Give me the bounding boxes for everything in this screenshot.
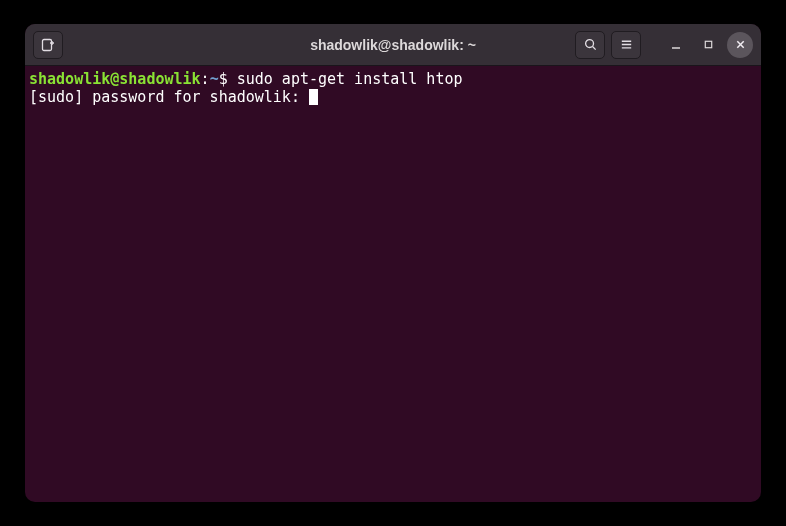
prompt-path: ~: [210, 70, 219, 88]
prompt-symbol: $: [219, 70, 228, 88]
svg-point-3: [585, 40, 593, 48]
terminal-window: shadowlik@shadowlik: ~: [25, 24, 761, 502]
terminal-body[interactable]: shadowlik@shadowlik:~$ sudo apt-get inst…: [25, 66, 761, 502]
search-button[interactable]: [575, 31, 605, 59]
menu-button[interactable]: [611, 31, 641, 59]
minimize-button[interactable]: [663, 32, 689, 58]
maximize-icon: [703, 39, 714, 50]
close-icon: [735, 39, 746, 50]
svg-line-4: [592, 47, 595, 50]
output-line: [sudo] password for shadowlik:: [29, 88, 309, 106]
titlebar: shadowlik@shadowlik: ~: [25, 24, 761, 66]
cursor: [309, 89, 318, 105]
window-title: shadowlik@shadowlik: ~: [310, 37, 476, 53]
hamburger-icon: [619, 37, 634, 52]
new-tab-icon: [40, 37, 56, 53]
close-button[interactable]: [727, 32, 753, 58]
titlebar-right: [575, 31, 753, 59]
svg-rect-9: [705, 41, 711, 47]
svg-rect-0: [43, 39, 52, 50]
maximize-button[interactable]: [695, 32, 721, 58]
prompt-userhost: shadowlik@shadowlik: [29, 70, 201, 88]
titlebar-left: [33, 31, 63, 59]
new-tab-button[interactable]: [33, 31, 63, 59]
minimize-icon: [670, 39, 682, 51]
command-text: sudo apt-get install htop: [237, 70, 463, 88]
search-icon: [583, 37, 598, 52]
prompt-separator: :: [201, 70, 210, 88]
